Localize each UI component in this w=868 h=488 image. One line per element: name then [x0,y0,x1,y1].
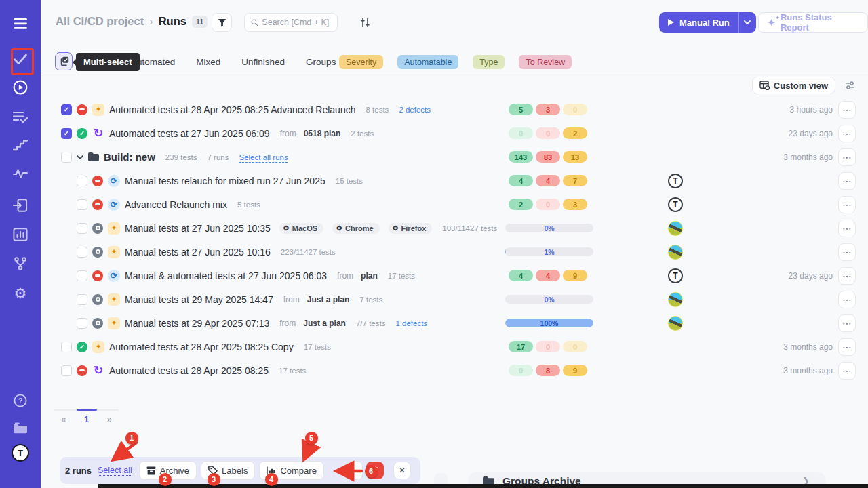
run-checkbox[interactable] [61,342,72,352]
row-menu-button[interactable]: ⋯ [838,291,856,308]
run-title[interactable]: Automated tests at 28 Apr 2025 08:25 Cop… [109,342,294,352]
run-checkbox[interactable] [77,223,87,234]
manual-run-button[interactable]: Manual Run [659,12,738,33]
from-plan-value[interactable]: Just a plan [307,295,350,304]
archive-button[interactable]: Archive [139,461,197,480]
sidebar-item-user-avatar[interactable]: T [0,444,41,462]
run-checkbox[interactable] [61,365,72,376]
filter-chip-to-review[interactable]: To Review [519,55,572,69]
row-menu-button[interactable]: ⋯ [838,148,856,166]
filter-chip-type[interactable]: Type [473,55,505,69]
run-title[interactable]: Automated tests at 27 Jun 2025 06:09 [109,128,270,139]
run-title[interactable]: Manual tests at 27 Jun 2025 10:16 [125,247,271,258]
run-title[interactable]: Manual & automated tests at 27 Jun 2025 … [125,270,327,281]
from-label: from [279,319,296,328]
select-all-link[interactable]: Select all [98,466,132,475]
sidebar-item-check[interactable] [0,50,41,68]
tab-mixed[interactable]: Mixed [196,57,220,67]
sidebar-item-analytics[interactable] [0,226,41,243]
run-checkbox[interactable]: ✓ [61,104,72,115]
breadcrumb-project[interactable]: All CI/CD project [56,15,144,28]
pagination-next[interactable]: » [107,414,112,424]
view-settings-icon[interactable] [844,81,856,91]
run-checkbox[interactable] [77,318,87,329]
tab-unfinished[interactable]: Unfinished [241,57,285,67]
run-row[interactable]: ↻Automated tests at 28 Apr 2025 08:2517 … [41,359,868,382]
compare-button[interactable]: Compare [259,461,323,480]
run-row[interactable]: ✦Manual tests at 27 Jun 2025 10:16223/11… [41,240,868,264]
row-menu-button[interactable]: ⋯ [838,338,856,356]
select-all-runs-link[interactable]: Select all runs [239,153,288,161]
sidebar-item-import[interactable] [0,197,41,214]
close-action-bar-button[interactable]: ✕ [393,462,411,479]
from-plan-value[interactable]: plan [361,271,378,281]
sidebar-item-projects-folder[interactable] [0,419,41,436]
run-row[interactable]: ✦Manual tests at 27 Jun 2025 10:35⚙MacOS… [41,216,868,240]
run-row[interactable]: ✓✦Automated tests at 28 Apr 2025 08:25 A… [41,98,868,121]
filter-chip-severity[interactable]: Severity [339,55,383,69]
run-row[interactable]: ✓✦Automated tests at 28 Apr 2025 08:25 C… [41,335,868,359]
filter-chip-automatable[interactable]: Automatable [397,55,458,69]
delete-button[interactable] [366,462,384,479]
run-checkbox[interactable] [77,247,87,258]
row-menu-button[interactable]: ⋯ [838,314,856,332]
run-checkbox[interactable] [77,294,87,305]
tab-groups[interactable]: Groups [306,57,336,67]
sidebar-item-activity[interactable] [0,165,41,182]
search-input[interactable] [262,18,331,27]
run-title[interactable]: Advanced Relaunch mix [125,199,227,210]
sidebar-item-help[interactable]: ? [0,392,41,409]
run-title[interactable]: Build: new [104,151,155,163]
run-row[interactable]: Build: new239 tests7 runsSelect all runs… [41,145,868,169]
pagination-prev[interactable]: « [61,414,66,424]
row-menu-button[interactable]: ⋯ [838,220,856,237]
run-checkbox[interactable]: ✓ [61,128,72,139]
run-title[interactable]: Manual tests at 27 Jun 2025 10:35 [125,223,271,234]
adjustments-icon[interactable] [359,18,371,28]
row-menu-button[interactable]: ⋯ [838,196,856,214]
run-row[interactable]: ✦Manual tests at 29 May 2025 14:47fromJu… [41,287,868,311]
row-menu-button[interactable]: ⋯ [838,172,856,190]
from-plan-value[interactable]: 0518 plan [304,129,341,138]
labels-button[interactable]: Labels [201,461,255,480]
sidebar-item-branch[interactable] [0,255,41,272]
row-menu-button[interactable]: ⋯ [838,267,856,285]
sidebar-item-milestones[interactable] [0,136,41,154]
search-box[interactable] [244,13,338,32]
from-plan-value[interactable]: Just a plan [303,319,346,328]
sidebar-item-menu[interactable] [0,15,41,33]
run-checkbox[interactable] [61,152,72,163]
defects-link[interactable]: 1 defects [395,319,427,327]
more-actions-button[interactable]: ••• [347,461,363,480]
row-menu-button[interactable]: ⋯ [838,362,856,380]
run-row[interactable]: ⟳Manual & automated tests at 27 Jun 2025… [41,264,868,287]
run-title[interactable]: Manual tests at 29 Apr 2025 07:13 [125,318,269,329]
defects-link[interactable]: 2 defects [399,106,431,114]
runs-status-report-button[interactable]: ✦ Runs Status Report [758,12,868,33]
run-status-passed-icon: ✓ [77,128,87,139]
multi-select-button[interactable] [55,52,73,70]
chevron-down-icon[interactable] [77,155,83,159]
run-row[interactable]: ✓✓↻Automated tests at 27 Jun 2025 06:09f… [41,121,868,145]
filter-funnel-button[interactable] [212,13,232,32]
row-menu-button[interactable]: ⋯ [838,125,856,142]
run-row[interactable]: ⟳Advanced Relaunch mix5 tests203T⋯ [41,192,868,216]
run-checkbox[interactable] [77,270,87,281]
run-row[interactable]: ✦Manual tests at 29 Apr 2025 07:13fromJu… [41,311,868,335]
sidebar-item-test-cases[interactable] [0,108,41,125]
run-checkbox[interactable] [77,176,87,186]
run-title[interactable]: Manual tests relauch for mixed run 27 Ju… [125,176,326,186]
manual-run-dropdown[interactable] [738,12,756,33]
run-title[interactable]: Automated tests at 28 Apr 2025 08:25 Adv… [109,104,355,115]
run-title[interactable]: Automated tests at 28 Apr 2025 08:25 [109,365,269,376]
sidebar-item-runs-active[interactable] [0,79,41,96]
row-menu-button[interactable]: ⋯ [838,101,856,119]
sidebar-item-settings-gear[interactable]: ⚙ [0,285,41,302]
tabs-list: AutomatedMixedUnfinishedGroups [131,50,336,73]
custom-view-button[interactable]: Custom view [752,77,835,94]
row-menu-button[interactable]: ⋯ [838,243,856,261]
run-checkbox[interactable] [77,199,87,210]
run-row[interactable]: ⟳Manual tests relauch for mixed run 27 J… [41,169,868,192]
pagination-page-1[interactable]: 1 [84,414,89,424]
run-title[interactable]: Manual tests at 29 May 2025 14:47 [125,294,273,305]
